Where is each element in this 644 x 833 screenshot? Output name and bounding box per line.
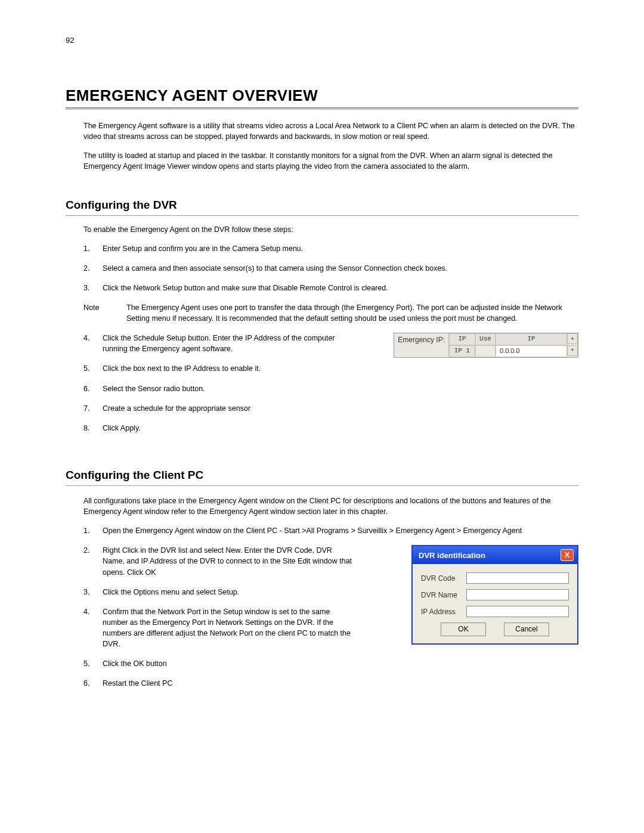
dvr-code-row: DVR Code (421, 572, 569, 584)
section-rule (66, 485, 578, 486)
document-page: 92 EMERGENCY AGENT OVERVIEW The Emergenc… (0, 0, 644, 734)
step-text: Select a camera and then associate senso… (103, 263, 578, 274)
step-text: Click the Schedule Setup button. Enter t… (103, 333, 347, 354)
main-heading: EMERGENCY AGENT OVERVIEW (66, 86, 578, 105)
step-text: Click the OK button (103, 658, 578, 669)
step-text: Click the box next to the IP Address to … (103, 363, 578, 374)
step-text: Open the Emergency Agent window on the C… (103, 525, 578, 536)
note-text: The Emergency Agent uses one port to tra… (126, 302, 578, 324)
step-number: 4. (83, 333, 103, 354)
step-text: Enter Setup and confirm you are in the C… (103, 243, 578, 254)
list-item: 4.Confirm that the Network Port in the S… (83, 606, 401, 650)
step-number: 5. (83, 658, 103, 669)
step-text: Select the Sensor radio button. (103, 383, 578, 394)
list-item: 6.Restart the Client PC (83, 678, 578, 689)
dvr-code-label: DVR Code (421, 574, 466, 583)
list-item: 6.Select the Sensor radio button. (83, 383, 578, 394)
dialog-title-text: DVR identification (419, 551, 485, 560)
step-text: Click the Network Setup button and make … (103, 283, 578, 293)
ip-use-checkbox[interactable] (475, 345, 496, 357)
list-item: 4.Click the Schedule Setup button. Enter… (83, 333, 383, 354)
ip-row-name: IP 1 (449, 345, 475, 357)
list-item: 3.Click the Network Setup button and mak… (83, 283, 578, 293)
step-text: Confirm that the Network Port in the Set… (103, 606, 353, 650)
step-number: 5. (83, 363, 103, 374)
dvr-name-input[interactable] (466, 589, 569, 600)
list-item: 1.Enter Setup and confirm you are in the… (83, 243, 578, 254)
step-text: Click Apply. (103, 423, 578, 433)
step-number: 3. (83, 283, 103, 293)
list-item: 5.Click the box next to the IP Address t… (83, 363, 578, 374)
ip-address-label: IP Address (421, 608, 466, 616)
step-number: 3. (83, 587, 103, 597)
ok-button[interactable]: OK (441, 623, 486, 636)
dialog-titlebar: DVR identification X (413, 546, 577, 564)
emergency-ip-panel: Emergency IP: IP Use IP ▴ IP 1 0.0.0.0 ▾ (394, 333, 578, 358)
dvr-identification-dialog: DVR identification X DVR Code DVR Name I… (411, 545, 578, 645)
ip-address-input[interactable] (466, 606, 569, 617)
list-item: 7.Create a schedule for the appropriate … (83, 403, 578, 414)
ip-header-col3: IP (496, 333, 567, 345)
scroll-up-icon[interactable]: ▴ (567, 333, 578, 344)
list-item: 1.Open the Emergency Agent window on the… (83, 525, 578, 536)
intro-paragraph-1: The Emergency Agent software is a utilit… (83, 120, 578, 142)
heading-rule (66, 107, 578, 110)
note-label: Note (83, 302, 126, 324)
step-text: Restart the Client PC (103, 678, 578, 689)
note-block: Note The Emergency Agent uses one port t… (83, 302, 578, 324)
section-client-title: Configuring the Client PC (66, 469, 578, 482)
step-text: Right Click in the DVR list and select N… (103, 545, 353, 577)
step-number: 6. (83, 383, 103, 394)
ip-header-col1: IP (449, 333, 475, 345)
list-item: 3.Click the Options menu and select Setu… (83, 587, 401, 597)
step-text: Create a schedule for the appropriate se… (103, 403, 578, 414)
client-intro: All configurations take place in the Eme… (83, 496, 578, 517)
section-rule (66, 215, 578, 216)
dvr-name-label: DVR Name (421, 591, 466, 599)
cancel-button[interactable]: Cancel (504, 623, 549, 636)
step-number: 1. (83, 525, 103, 536)
dvr-name-row: DVR Name (421, 589, 569, 600)
step-number: 4. (83, 606, 103, 650)
ip-header-col2: Use (475, 333, 496, 345)
step-number: 6. (83, 678, 103, 689)
dvr-code-input[interactable] (466, 572, 569, 584)
step-number: 8. (83, 423, 103, 433)
client-steps: 1.Open the Emergency Agent window on the… (83, 525, 578, 536)
ip-value-field[interactable]: 0.0.0.0 (496, 345, 567, 357)
dvr-intro: To enable the Emergency Agent on the DVR… (83, 225, 578, 234)
list-item: 2.Right Click in the DVR list and select… (83, 545, 401, 577)
step-number: 1. (83, 243, 103, 254)
step-number: 2. (83, 545, 103, 577)
section-dvr-title: Configuring the DVR (66, 199, 578, 212)
ip-address-row: IP Address (421, 606, 569, 617)
step-number: 2. (83, 263, 103, 274)
step-text: Click the Options menu and select Setup. (103, 587, 353, 597)
list-item: 5.Click the OK button (83, 658, 578, 669)
close-icon[interactable]: X (561, 549, 574, 561)
intro-paragraph-2: The utility is loaded at startup and pla… (83, 150, 578, 172)
list-item: 8.Click Apply. (83, 423, 578, 433)
emergency-ip-label: Emergency IP: (394, 333, 449, 357)
step-number: 7. (83, 403, 103, 414)
scroll-down-icon[interactable]: ▾ (567, 345, 578, 356)
dvr-steps-before: 1.Enter Setup and confirm you are in the… (83, 243, 578, 293)
page-number: 92 (66, 36, 578, 45)
list-item: 2.Select a camera and then associate sen… (83, 263, 578, 274)
